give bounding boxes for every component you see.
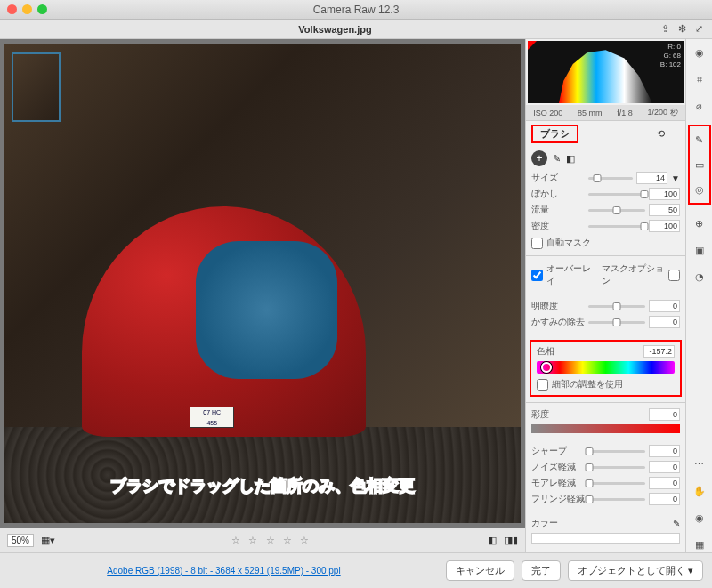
noise-slider[interactable]: ノイズ軽減0	[526, 459, 685, 475]
more-icon[interactable]: ⋯	[670, 128, 680, 140]
rgb-readout: R: 0G: 68B: 102	[660, 43, 681, 69]
feather-slider[interactable]: ぼかし100	[526, 186, 685, 202]
hue-section: 色相-157.2 細部の調整を使用	[530, 340, 682, 397]
exif-bar: ISO 20085 mmf/1.81/200 秒	[526, 105, 685, 121]
brush-icon[interactable]: ✎	[553, 153, 561, 165]
rating-stars[interactable]: ☆ ☆ ☆ ☆ ☆	[62, 535, 481, 546]
brush-section-header: ブラシ ⟲ ⋯	[526, 121, 685, 147]
vertical-toolbar: ◉ ⌗ ⌀ ✎ ▭ ◎ ⊕ ▣ ◔ ⋯ ✋ ◉ ▦	[685, 39, 712, 552]
crop-tool-icon[interactable]: ⌗	[692, 71, 708, 87]
filmstrip-thumb[interactable]	[12, 52, 61, 122]
mask-option-checkbox[interactable]	[668, 270, 680, 281]
color-picker-icon[interactable]: ✎	[673, 519, 680, 528]
license-plate: 07 HC455	[190, 407, 234, 428]
dehaze-slider[interactable]: かすみの除去0	[526, 314, 685, 330]
hue-label: 色相	[537, 345, 590, 358]
color-swatch[interactable]	[531, 533, 680, 544]
app-title: Camera Raw 12.3	[313, 4, 400, 16]
clipping-warning-icon[interactable]	[528, 41, 537, 50]
radial-tool-icon[interactable]: ◎	[692, 181, 708, 197]
saturation-label: 彩度	[531, 408, 585, 421]
adjustment-panel: R: 0G: 68B: 102 ISO 20085 mmf/1.81/200 秒…	[525, 39, 685, 552]
close-icon[interactable]	[7, 4, 17, 14]
more-tool-icon[interactable]: ⋯	[692, 456, 708, 472]
hue-handle[interactable]	[541, 362, 552, 373]
fringe-slider[interactable]: フリンジ軽減0	[526, 491, 685, 507]
brush-title: ブラシ	[531, 125, 578, 143]
before-after-icon[interactable]: ◨▮	[504, 535, 518, 546]
maximize-icon[interactable]	[37, 4, 47, 14]
color-label: カラー	[531, 517, 585, 529]
automask-checkbox[interactable]	[531, 238, 543, 249]
zoom-select[interactable]: 50%	[7, 534, 34, 547]
density-slider[interactable]: 密度100	[526, 218, 685, 234]
settings-icon[interactable]: ✻	[678, 23, 686, 35]
snapshot-tool-icon[interactable]: ▣	[692, 242, 708, 258]
overlay-checkbox[interactable]	[531, 270, 543, 281]
bottom-toolbar: 50% ▦▾ ☆ ☆ ☆ ☆ ☆ ◧ ◨▮	[0, 528, 525, 552]
size-slider[interactable]: サイズ14▼	[526, 170, 685, 186]
hue-slider[interactable]	[537, 361, 675, 374]
grid-tool-icon[interactable]: ▦	[692, 536, 708, 552]
eraser-icon[interactable]: ◧	[566, 153, 575, 165]
moire-slider[interactable]: モアレ軽減0	[526, 475, 685, 491]
add-brush-button[interactable]: +	[531, 150, 547, 166]
canvas-area: 07 HC455 ブラシでドラッグした箇所のみ、色相変更 50% ▦▾ ☆ ☆ …	[0, 39, 525, 552]
brush-tool-icon[interactable]: ✎	[692, 132, 708, 148]
sharpen-slider[interactable]: シャープ0	[526, 443, 685, 459]
compare-icon[interactable]: ◧	[488, 535, 497, 546]
heal-tool-icon[interactable]: ⌀	[692, 98, 708, 114]
undo-icon[interactable]: ⟲	[657, 128, 665, 140]
titlebar: Camera Raw 12.3	[0, 0, 712, 20]
open-object-button[interactable]: オブジェクトとして開く ▾	[568, 560, 703, 581]
edit-tool-icon[interactable]: ◉	[692, 44, 708, 60]
preset-tool-icon[interactable]: ◔	[692, 269, 708, 285]
sampler-tool-icon[interactable]: ◉	[692, 510, 708, 526]
fine-adjust-checkbox[interactable]	[537, 379, 548, 391]
fullscreen-icon[interactable]: ⤢	[695, 23, 703, 35]
redeye-tool-icon[interactable]: ⊕	[692, 215, 708, 231]
file-metadata[interactable]: Adobe RGB (1998) - 8 bit - 3684 x 5291 (…	[9, 566, 439, 576]
footer: Adobe RGB (1998) - 8 bit - 3684 x 5291 (…	[0, 552, 712, 588]
minimize-icon[interactable]	[22, 4, 32, 14]
saturation-slider[interactable]	[531, 424, 680, 433]
annotation-text: ブラシでドラッグした箇所のみ、色相変更	[110, 475, 415, 496]
hand-tool-icon[interactable]: ✋	[692, 483, 708, 499]
grid-icon[interactable]: ▦▾	[41, 535, 55, 546]
flow-slider[interactable]: 流量50	[526, 202, 685, 218]
clarity-slider[interactable]: 明瞭度0	[526, 298, 685, 314]
filename: Volkswagen.jpg	[9, 24, 661, 35]
cancel-button[interactable]: キャンセル	[446, 560, 514, 581]
histogram[interactable]: R: 0G: 68B: 102	[528, 41, 684, 103]
brush-tools: + ✎ ◧	[526, 147, 685, 170]
local-tools-group: ✎ ▭ ◎	[688, 125, 711, 205]
gradient-tool-icon[interactable]: ▭	[692, 157, 708, 173]
image-preview[interactable]: 07 HC455 ブラシでドラッグした箇所のみ、色相変更	[4, 44, 521, 523]
done-button[interactable]: 完了	[522, 560, 561, 581]
export-icon[interactable]: ⇪	[661, 23, 669, 35]
file-bar: Volkswagen.jpg ⇪ ✻ ⤢	[0, 20, 712, 39]
window-controls	[7, 4, 47, 14]
hue-value[interactable]: -157.2	[643, 345, 675, 358]
